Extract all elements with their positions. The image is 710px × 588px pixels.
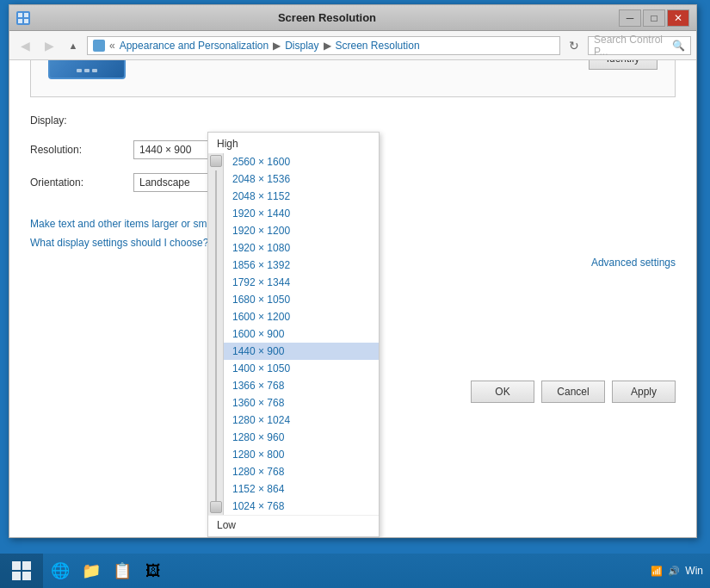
slider-handle[interactable] xyxy=(210,155,222,167)
breadcrumb-display[interactable]: Display xyxy=(285,40,318,52)
resolution-value: 1440 × 900 xyxy=(139,144,191,156)
start-button[interactable] xyxy=(0,554,43,588)
resolution-item[interactable]: 2048 × 1536 xyxy=(224,170,379,188)
search-icon: 🔍 xyxy=(672,40,685,52)
resolution-item[interactable]: 1360 × 768 xyxy=(224,394,379,412)
resolution-item[interactable]: 1280 × 1024 xyxy=(224,412,379,429)
resolution-item[interactable]: 1600 × 1200 xyxy=(224,308,379,325)
make-text-link[interactable]: Make text and other items larger or smal… xyxy=(30,218,226,230)
search-placeholder: Search Control P... xyxy=(594,34,672,58)
resolution-item[interactable]: 1856 × 1392 xyxy=(224,257,379,274)
monitor-image: 1 xyxy=(48,60,126,79)
dialog-buttons: OK Cancel Apply xyxy=(471,381,676,403)
display-settings-link[interactable]: What display settings should I choose? xyxy=(30,237,208,249)
taskbar-icon-ie[interactable]: 🌐 xyxy=(46,557,74,585)
resolution-item[interactable]: 1280 × 768 xyxy=(224,463,379,480)
maximize-button[interactable]: □ xyxy=(643,9,665,27)
svg-rect-0 xyxy=(18,13,22,17)
orientation-value: Landscape xyxy=(139,176,190,189)
resolution-dropdown-overlay: High 2560 × 16002048 × 15362048 × 115219… xyxy=(207,132,380,537)
resolution-item[interactable]: 1792 × 1344 xyxy=(224,274,379,291)
window-icon xyxy=(16,11,30,25)
resolution-item[interactable]: 1680 × 1050 xyxy=(224,291,379,308)
up-button[interactable]: ▲ xyxy=(63,35,83,56)
display-row: Display: xyxy=(30,115,676,127)
window-title: Screen Resolution xyxy=(35,11,619,24)
address-path[interactable]: « Appearance and Personalization ▶ Displ… xyxy=(87,36,560,55)
resolution-item[interactable]: 1152 × 864 xyxy=(224,480,379,498)
orientation-label: Orientation: xyxy=(30,176,133,189)
resolution-item[interactable]: 1920 × 1200 xyxy=(224,222,379,239)
resolution-item[interactable]: 1920 × 1440 xyxy=(224,205,379,222)
taskbar-right: 📶 🔊 Win xyxy=(644,554,710,588)
cancel-button[interactable]: Cancel xyxy=(541,381,605,403)
resolution-label: Resolution: xyxy=(30,144,133,156)
taskbar-volume-icon: 🔊 xyxy=(668,566,680,577)
taskbar-icon-media[interactable]: 📋 xyxy=(108,557,136,585)
main-window: Screen Resolution ─ □ ✕ ◀ ▶ ▲ « Appearan… xyxy=(9,4,697,538)
resolutions-list: 2560 × 16002048 × 15362048 × 11521920 × … xyxy=(224,153,379,515)
resolution-item[interactable]: 1440 × 900 xyxy=(224,343,379,360)
taskbar-icon-photos[interactable]: 🖼 xyxy=(139,557,167,585)
taskbar: 🌐 📁 📋 🖼 📶 🔊 Win xyxy=(0,554,710,588)
svg-rect-4 xyxy=(12,561,21,570)
resolution-item[interactable]: 1600 × 900 xyxy=(224,325,379,343)
search-box[interactable]: Search Control P... 🔍 xyxy=(588,36,691,55)
svg-rect-5 xyxy=(22,561,31,570)
taskbar-icon-explorer[interactable]: 📁 xyxy=(77,557,105,585)
taskbar-network-icon: 📶 xyxy=(651,566,663,577)
identify-button[interactable]: Identify xyxy=(589,60,658,70)
resolution-item[interactable]: 1920 × 1080 xyxy=(224,239,379,257)
back-button[interactable]: ◀ xyxy=(15,35,35,56)
resolution-item[interactable]: 2048 × 1152 xyxy=(224,188,379,205)
resolution-item[interactable]: 1280 × 960 xyxy=(224,429,379,446)
resolution-item[interactable]: 1400 × 1050 xyxy=(224,360,379,377)
svg-rect-2 xyxy=(18,19,22,23)
resolution-item[interactable]: 2560 × 1600 xyxy=(224,153,379,170)
svg-rect-1 xyxy=(24,13,28,17)
window-controls: ─ □ ✕ xyxy=(619,9,689,27)
forward-button[interactable]: ▶ xyxy=(39,35,59,56)
dropdown-list: 2560 × 16002048 × 15362048 × 11521920 × … xyxy=(208,153,379,515)
slider-line xyxy=(215,170,217,510)
advanced-settings-link[interactable]: Advanced settings xyxy=(591,257,676,269)
resolution-item[interactable]: 1024 × 768 xyxy=(224,498,379,515)
svg-rect-6 xyxy=(12,572,21,580)
win-label: Win xyxy=(685,565,703,577)
resolution-item[interactable]: 1280 × 800 xyxy=(224,446,379,463)
refresh-button[interactable]: ↻ xyxy=(564,35,584,56)
apply-button[interactable]: Apply xyxy=(612,381,676,403)
slider-track xyxy=(208,153,224,515)
taskbar-icons: 🌐 📁 📋 🖼 xyxy=(43,557,170,585)
windows-logo-icon xyxy=(12,561,31,580)
monitor-area: 1 Detect Identify xyxy=(30,60,676,97)
monitor-dots xyxy=(77,69,97,72)
svg-rect-3 xyxy=(24,19,28,23)
minimize-button[interactable]: ─ xyxy=(619,9,641,27)
title-bar: Screen Resolution ─ □ ✕ xyxy=(9,5,696,31)
breadcrumb-appearance[interactable]: Appearance and Personalization xyxy=(120,40,269,52)
display-value xyxy=(133,115,676,127)
content-area: Change the appearance of your display 1 … xyxy=(9,60,696,537)
breadcrumb-resolution[interactable]: Screen Resolution xyxy=(336,40,420,52)
svg-rect-7 xyxy=(22,572,31,580)
resolution-item[interactable]: 1366 × 768 xyxy=(224,377,379,394)
detect-buttons: Detect Identify xyxy=(589,60,658,70)
close-button[interactable]: ✕ xyxy=(667,9,689,27)
dropdown-low-label: Low xyxy=(208,515,379,536)
dropdown-high-label: High xyxy=(208,133,379,153)
monitor-number: 1 xyxy=(78,60,96,63)
ok-button[interactable]: OK xyxy=(471,381,534,403)
address-bar: ◀ ▶ ▲ « Appearance and Personalization ▶… xyxy=(9,31,696,60)
display-label: Display: xyxy=(30,115,133,127)
